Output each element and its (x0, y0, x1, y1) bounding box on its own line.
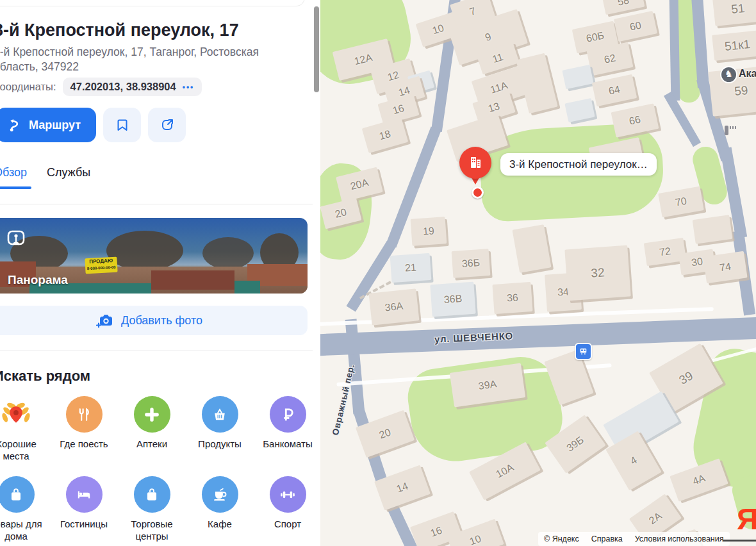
panorama-icon (6, 228, 26, 250)
bus-stop-icon[interactable] (575, 343, 592, 360)
nearby-item-good-places[interactable]: Хорошие места (0, 396, 50, 462)
marker-balloon (459, 147, 491, 179)
map-building (693, 215, 733, 244)
map-building (564, 98, 595, 122)
nearby-item-label: Продукты (198, 438, 242, 450)
coordinates-more-button[interactable]: ••• (183, 83, 195, 92)
dumbbell-icon (270, 476, 306, 513)
map-building: 64 (592, 74, 637, 106)
coordinates-value[interactable]: 47.202013, 38.938904 (70, 81, 176, 93)
divider (0, 204, 313, 204)
map-building: 58 (602, 0, 645, 15)
map-building: 21 (390, 253, 432, 283)
coordinates-label: Координаты: (0, 81, 56, 93)
nearby-item-label: Торговые центры (118, 518, 186, 542)
nearby-item-home-goods[interactable]: Товары для дома (0, 476, 50, 542)
nearby-item-label: Товары для дома (0, 518, 50, 542)
nearby-item-malls[interactable]: Торговые центры (118, 476, 186, 542)
nearby-item-label: Аптеки (136, 438, 167, 450)
nearby-item-hotels[interactable]: Гостиницы (50, 476, 118, 542)
ruble-icon (270, 396, 306, 433)
map-building: 36В (430, 282, 475, 317)
map-building: 36Б (452, 249, 491, 278)
action-buttons: Маршрут (0, 108, 186, 142)
copyright-link[interactable]: © Яндекс (544, 534, 579, 543)
map-building: 36 (492, 282, 532, 314)
laurel-pin-icon (0, 396, 35, 433)
nearby-grid: Хорошие места Где поесть (0, 396, 320, 542)
marker-anchor-dot (472, 186, 484, 199)
panorama-label: Панорама (8, 273, 68, 287)
active-tab-underline (0, 186, 31, 189)
map-building: 19 (411, 217, 447, 246)
plus-icon (134, 396, 170, 433)
map-building: 74 (703, 251, 747, 283)
map-building: 51к1 (712, 30, 756, 61)
map-building (562, 65, 593, 89)
nearby-item-label: Хорошие места (0, 438, 50, 462)
basket-icon (202, 396, 238, 433)
terms-link[interactable]: Условия использования (635, 534, 724, 543)
panorama-preview[interactable]: ПРОДАЮ8-000-000-00-00 Панорама (0, 218, 308, 294)
tab-overview[interactable]: Обзор (0, 166, 27, 179)
coordinates-chip[interactable]: 47.202013, 38.938904 ••• (63, 78, 202, 96)
search-box-edge (0, 0, 305, 6)
yandex-maps-app: 1012А1214161820А20791111А135860Б60626466… (0, 0, 756, 546)
nearby-item-grocery[interactable]: Продукты (186, 396, 254, 462)
map-building: 60 (614, 11, 657, 42)
nearby-item-label: Кафе (208, 518, 232, 530)
nearby-item-cafe[interactable]: Кафе (186, 476, 254, 542)
coordinates-row: Координаты: 47.202013, 38.938904 ••• (0, 78, 202, 96)
map-building: 36А (369, 288, 420, 325)
tab-services[interactable]: Службы (47, 166, 90, 179)
help-link[interactable]: Справка (591, 534, 623, 543)
shopping-bag-icon (134, 476, 170, 513)
map-building (516, 53, 557, 114)
map-attribution: © Яндекс Справка Условия использования (538, 532, 730, 546)
map-canvas[interactable]: 1012А1214161820А20791111А135860Б60626466… (320, 0, 756, 546)
place-card-panel: 3-й Крепостной переулок, 17 3-й Крепостн… (0, 0, 320, 546)
place-address: 3-й Крепостной переулок, 17, Таганрог, Р… (0, 45, 283, 74)
tab-bar: Обзор Службы (0, 166, 90, 179)
map-building: 66 (611, 103, 659, 137)
divider (0, 351, 313, 351)
map-building: 32 (564, 245, 630, 301)
poi-label[interactable]: Акад (739, 68, 756, 79)
fork-knife-icon (66, 396, 103, 433)
place-marker[interactable] (459, 147, 491, 186)
yandex-logo[interactable]: Я (737, 501, 756, 536)
map-building: 51 (712, 0, 756, 26)
coffee-cup-icon (202, 476, 238, 513)
building-icon (468, 155, 483, 170)
map-building: 70 (658, 186, 704, 218)
panel-scrollbar[interactable] (314, 6, 319, 92)
monument-icon (725, 126, 728, 135)
marker-label[interactable]: 3-й Крепостной переулок… (500, 153, 657, 176)
nearby-item-sport[interactable]: Спорт (254, 476, 320, 542)
route-button[interactable]: Маршрут (0, 108, 96, 142)
camera-plus-icon (96, 313, 113, 328)
nearby-item-label: Банкоматы (263, 438, 313, 450)
nearby-item-label: Где поесть (60, 438, 108, 450)
bed-icon (66, 476, 103, 513)
add-photo-button[interactable]: Добавить фото (0, 306, 308, 335)
add-photo-label: Добавить фото (121, 314, 202, 327)
shopping-bag-icon (0, 476, 35, 513)
route-icon (8, 118, 22, 133)
equestrian-statue-icon[interactable]: ♞ (720, 66, 737, 83)
place-title: 3-й Крепостной переулок, 17 (0, 21, 239, 40)
nearby-item-pharmacy[interactable]: Аптеки (118, 396, 186, 462)
bookmark-icon (115, 117, 130, 133)
nearby-item-label: Гостиницы (60, 518, 108, 530)
map-building: 4А (670, 458, 728, 502)
map-scale-bar (723, 540, 756, 542)
map-building (512, 224, 551, 273)
share-button[interactable] (148, 108, 186, 142)
nearby-item-label: Спорт (274, 518, 301, 530)
nearby-item-atm[interactable]: Банкоматы (254, 396, 320, 462)
bookmark-button[interactable] (103, 108, 141, 142)
road-segment (670, 0, 680, 101)
route-button-label: Маршрут (29, 119, 81, 132)
nearby-item-restaurants[interactable]: Где поесть (50, 396, 118, 462)
nearby-section-title: Искать рядом (0, 368, 90, 385)
